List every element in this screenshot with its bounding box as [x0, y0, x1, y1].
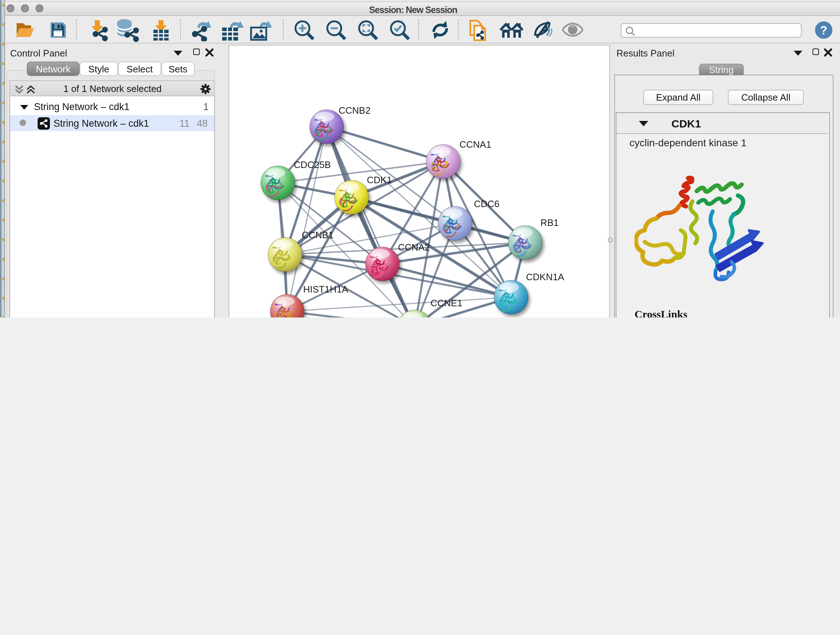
svg-text:CCNB1: CCNB1	[302, 230, 333, 241]
svg-text:CDKN1A: CDKN1A	[526, 272, 564, 282]
svg-text:CDK1: CDK1	[367, 174, 392, 185]
svg-text:RB1: RB1	[540, 217, 559, 228]
svg-text:CDC6: CDC6	[474, 198, 500, 209]
svg-text:CCNA1: CCNA1	[459, 139, 491, 150]
svg-text:CCNE1: CCNE1	[431, 298, 462, 309]
svg-text:CCNA2: CCNA2	[398, 242, 430, 253]
svg-text:?: ?	[820, 24, 827, 37]
svg-text:CCNB2: CCNB2	[339, 105, 370, 116]
svg-text:HIST1H1A: HIST1H1A	[303, 284, 348, 295]
svg-text:CDC25B: CDC25B	[294, 159, 331, 170]
